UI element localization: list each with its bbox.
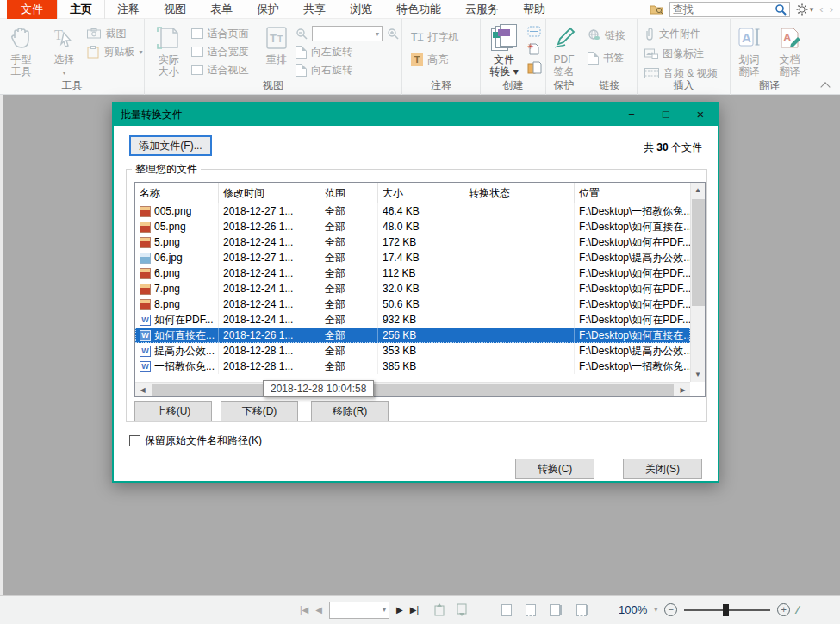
scroll-down-icon[interactable]: ▼ bbox=[691, 367, 705, 382]
image-annotation-button[interactable]: 图像标注 bbox=[644, 46, 718, 61]
close-button[interactable]: 关闭(S) bbox=[623, 459, 702, 479]
bookmark-button[interactable]: 书签 bbox=[588, 50, 625, 66]
zoom-in-button[interactable]: + bbox=[777, 603, 790, 616]
table-row[interactable]: 06.jpg2018-12-27 1...全部17.4 KBF:\Desktop… bbox=[135, 250, 690, 265]
select-tool-button[interactable]: T 选择▾ bbox=[44, 22, 84, 79]
menu-tab-0[interactable]: 文件 bbox=[7, 0, 57, 19]
horizontal-scroll-thumb[interactable] bbox=[152, 384, 674, 396]
close-icon[interactable]: × bbox=[683, 103, 718, 126]
rotate-left-button[interactable]: 向左旋转 bbox=[296, 44, 401, 59]
menu-tab-3[interactable]: 视图 bbox=[152, 0, 198, 19]
continuous-facing-layout-icon[interactable] bbox=[576, 604, 587, 616]
reflow-button[interactable]: T T 重排 bbox=[261, 22, 292, 78]
file-attachment-button[interactable]: 文件附件 bbox=[644, 26, 718, 41]
history-back-icon[interactable]: ‹ bbox=[819, 3, 823, 16]
menu-tab-5[interactable]: 保护 bbox=[245, 0, 291, 19]
rotate-right-button[interactable]: 向右旋转 bbox=[296, 62, 401, 78]
column-header-location[interactable]: 位置 bbox=[575, 183, 690, 203]
facing-layout-icon[interactable] bbox=[550, 604, 560, 616]
menu-tab-1[interactable]: 主页 bbox=[57, 0, 105, 19]
ribbon-collapse-icon[interactable] bbox=[822, 81, 830, 89]
remove-button[interactable]: 移除(R) bbox=[311, 401, 389, 421]
table-row[interactable]: 8.png2018-12-24 1...全部50.6 KBF:\Desktop\… bbox=[135, 296, 690, 312]
scanner-icon[interactable] bbox=[527, 26, 542, 37]
menu-tab-4[interactable]: 表单 bbox=[198, 0, 245, 19]
fit-width-button[interactable]: 适合宽度 bbox=[191, 44, 258, 59]
typewriter-button[interactable]: T⌶ 打字机 bbox=[411, 29, 459, 45]
search-box[interactable] bbox=[669, 2, 790, 17]
search-input[interactable] bbox=[673, 3, 775, 16]
column-header-range[interactable]: 范围 bbox=[320, 183, 378, 203]
zoom-out-icon[interactable] bbox=[296, 28, 308, 40]
zoom-slider-thumb[interactable] bbox=[723, 604, 729, 616]
menu-tab-8[interactable]: 特色功能 bbox=[384, 0, 453, 19]
next-page-icon[interactable]: ▶ bbox=[396, 605, 403, 615]
table-row[interactable]: W提高办公效...2018-12-28 1...全部353 KBF:\Deskt… bbox=[135, 343, 690, 359]
table-row[interactable]: 005.png2018-12-27 1...全部46.4 KBF:\Deskto… bbox=[135, 203, 690, 219]
column-header-name[interactable]: 名称 bbox=[135, 183, 219, 203]
minimize-icon[interactable]: − bbox=[614, 103, 649, 126]
settings-gear-icon[interactable]: ▾ bbox=[796, 3, 814, 16]
scroll-right-icon[interactable]: ▶ bbox=[675, 386, 690, 394]
move-down-button[interactable]: 下移(D) bbox=[221, 401, 298, 421]
dialog-title-bar[interactable]: 批量转换文件 − □ × bbox=[114, 103, 718, 126]
zoom-percentage[interactable]: 100% bbox=[619, 603, 647, 616]
link-button[interactable]: 链接 bbox=[588, 28, 625, 43]
pdf-sign-button[interactable]: PDF签名 bbox=[547, 22, 582, 78]
blank-page-icon[interactable]: ✳ bbox=[527, 42, 542, 56]
zoom-caret-icon[interactable]: ▾ bbox=[654, 606, 657, 614]
find-in-folder-icon[interactable] bbox=[650, 3, 663, 15]
table-row[interactable]: 6.png2018-12-24 1...全部112 KBF:\Desktop\如… bbox=[135, 265, 690, 281]
from-clipboard-icon[interactable] bbox=[527, 61, 542, 74]
table-row[interactable]: W如何直接在...2018-12-26 1...全部256 KBF:\Deskt… bbox=[135, 328, 690, 343]
keep-name-path-option[interactable]: 保留原始文件名和路径(K) bbox=[129, 434, 262, 448]
maximize-icon[interactable]: □ bbox=[649, 103, 683, 126]
menu-tab-10[interactable]: 帮助 bbox=[511, 0, 557, 19]
scroll-left-icon[interactable]: ◀ bbox=[135, 386, 150, 394]
hand-tool-button[interactable]: 手型工具 bbox=[1, 22, 40, 79]
zoom-level-combobox[interactable]: ▾ bbox=[312, 26, 383, 41]
snapshot-button[interactable]: 截图 bbox=[87, 26, 142, 41]
table-row[interactable]: W一招教你免...2018-12-28 1...全部385 KBF:\Deskt… bbox=[135, 359, 690, 374]
clipboard-button[interactable]: 剪贴板 ▾ bbox=[87, 44, 142, 59]
search-icon[interactable] bbox=[775, 3, 787, 16]
fit-visible-button[interactable]: 适合视区 bbox=[191, 62, 258, 78]
continuous-layout-icon[interactable] bbox=[526, 604, 536, 616]
table-row[interactable]: 5.png2018-12-24 1...全部172 KBF:\Desktop\如… bbox=[135, 234, 690, 250]
column-header-size[interactable]: 大小 bbox=[378, 183, 464, 203]
table-row[interactable]: 7.png2018-12-24 1...全部32.0 KBF:\Desktop\… bbox=[135, 281, 690, 296]
next-view-icon[interactable] bbox=[455, 603, 469, 616]
actual-size-button[interactable]: 实际大小 bbox=[150, 22, 188, 78]
menu-tab-6[interactable]: 共享 bbox=[291, 0, 338, 19]
horizontal-scrollbar[interactable]: ◀ ▶ bbox=[135, 382, 690, 396]
single-page-layout-icon[interactable] bbox=[501, 604, 512, 616]
zoom-in-icon[interactable] bbox=[387, 28, 399, 40]
word-translate-button[interactable]: A 划词翻译 bbox=[731, 22, 768, 78]
menu-tab-9[interactable]: 云服务 bbox=[453, 0, 511, 19]
menu-tab-2[interactable]: 注释 bbox=[105, 0, 152, 19]
table-row[interactable]: W如何在PDF...2018-12-24 1...全部932 KBF:\Desk… bbox=[135, 312, 690, 328]
add-files-button[interactable]: 添加文件(F)... bbox=[129, 135, 212, 156]
zoom-slider[interactable] bbox=[684, 609, 770, 611]
highlight-button[interactable]: T 高亮 bbox=[411, 52, 459, 67]
page-number-combobox[interactable]: ▾ bbox=[329, 602, 389, 619]
previous-view-icon[interactable] bbox=[432, 603, 446, 616]
doc-translate-button[interactable]: A 文档翻译 bbox=[771, 22, 808, 78]
last-page-icon[interactable]: ▶| bbox=[410, 605, 419, 615]
convert-button[interactable]: 转换(C) bbox=[515, 459, 594, 479]
checkbox[interactable] bbox=[129, 435, 140, 446]
file-convert-button[interactable]: 文件转换 ▾ bbox=[484, 22, 524, 78]
menu-tab-7[interactable]: 浏览 bbox=[338, 0, 384, 19]
first-page-icon[interactable]: |◀ bbox=[300, 605, 308, 615]
fit-page-button[interactable]: 适合页面 bbox=[191, 26, 258, 41]
table-row[interactable]: 05.png2018-12-26 1...全部48.0 KBF:\Desktop… bbox=[135, 219, 690, 234]
column-header-status[interactable]: 转换状态 bbox=[464, 183, 575, 203]
zoom-out-button[interactable]: − bbox=[664, 603, 677, 616]
prev-page-icon[interactable]: ◀ bbox=[315, 605, 322, 615]
history-forward-icon[interactable]: › bbox=[830, 3, 833, 16]
scroll-up-icon[interactable]: ▲ bbox=[691, 183, 705, 197]
vertical-scroll-thumb[interactable] bbox=[692, 199, 705, 306]
column-header-modified[interactable]: 修改时间 bbox=[219, 183, 320, 203]
vertical-scrollbar[interactable]: ▲ ▼ bbox=[690, 183, 705, 382]
move-up-button[interactable]: 上移(U) bbox=[134, 401, 212, 421]
